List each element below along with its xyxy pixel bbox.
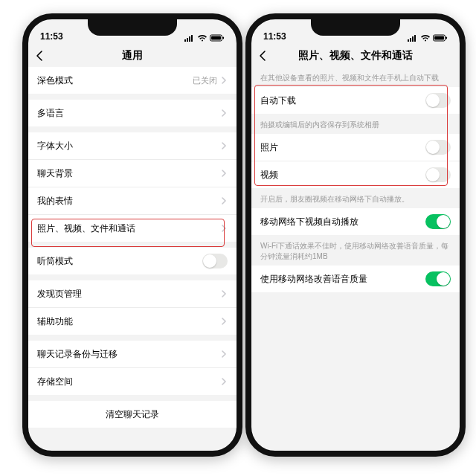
chevron-right-icon (220, 350, 228, 358)
svg-rect-0 (184, 39, 186, 42)
page-title: 照片、视频、文件和通话 (298, 49, 413, 62)
svg-rect-6 (223, 37, 225, 39)
phone-left: 11:53 通用 深色模式 (22, 13, 242, 457)
nav-bar: 照片、视频、文件和通话 (251, 43, 460, 68)
chevron-left-icon (34, 50, 46, 62)
status-time: 11:53 (40, 31, 63, 42)
row-chat-backup[interactable]: 聊天记录备份与迁移 (28, 341, 237, 367)
row-label: 清空聊天记录 (106, 408, 159, 421)
row-dark-mode[interactable]: 深色模式 已关闭 (28, 67, 237, 94)
row-my-stickers[interactable]: 我的表情 (28, 187, 237, 214)
row-label: 字体大小 (37, 140, 220, 152)
section-hint: 开启后，朋友圈视频在移动网络下自动播放。 (251, 188, 460, 208)
row-label: 辅助功能 (37, 315, 220, 328)
chevron-right-icon (220, 197, 228, 205)
chevron-right-icon (220, 225, 228, 232)
svg-rect-7 (408, 39, 409, 42)
row-discover[interactable]: 发现页管理 (28, 280, 237, 307)
settings-panel: 在其他设备查看的照片、视频和文件在手机上自动下载 自动下载 拍摄或编辑后的内容保… (251, 67, 460, 451)
row-label: 聊天记录备份与迁移 (37, 348, 220, 361)
row-chat-background[interactable]: 聊天背景 (28, 159, 237, 187)
cellular-icon (408, 34, 418, 42)
section-hint: Wi-Fi下通话效果不佳时，使用移动网络改善语音质量，每分钟流量消耗约1MB (251, 235, 460, 266)
settings-panel: 深色模式 已关闭 多语言 字体大小 聊天背景 (28, 67, 237, 451)
battery-icon (433, 34, 448, 42)
toggle-voice-cell[interactable] (425, 271, 451, 286)
chevron-right-icon (220, 290, 228, 298)
svg-rect-3 (191, 35, 193, 42)
row-label: 使用移动网络改善语音质量 (260, 273, 425, 286)
svg-rect-13 (446, 37, 448, 39)
toggle-earpiece[interactable] (202, 254, 228, 268)
row-font-size[interactable]: 字体大小 (28, 132, 237, 159)
row-media-settings[interactable]: 照片、视频、文件和通话 (28, 214, 237, 242)
toggle-autoplay[interactable] (425, 214, 451, 229)
row-label: 聊天背景 (37, 167, 220, 180)
row-accessibility[interactable]: 辅助功能 (28, 307, 237, 335)
chevron-right-icon (220, 318, 228, 325)
svg-rect-5 (211, 36, 221, 40)
row-label: 存储空间 (37, 376, 220, 388)
chevron-left-icon (257, 50, 269, 62)
toggle-save-photo[interactable] (425, 140, 451, 155)
svg-rect-12 (434, 36, 444, 40)
nav-bar: 通用 (28, 43, 237, 68)
chevron-right-icon (220, 109, 228, 117)
svg-rect-1 (187, 38, 188, 42)
section-hint: 拍摄或编辑后的内容保存到系统相册 (251, 114, 460, 134)
back-button[interactable] (257, 50, 269, 62)
row-clear-history[interactable]: 清空聊天记录 (28, 401, 237, 428)
row-label: 发现页管理 (37, 288, 220, 300)
svg-rect-2 (189, 36, 190, 42)
status-indicators (184, 34, 225, 42)
notch (311, 19, 400, 36)
chevron-right-icon (220, 142, 228, 149)
chevron-right-icon (220, 77, 228, 84)
section-hint: 在其他设备查看的照片、视频和文件在手机上自动下载 (251, 67, 460, 87)
wifi-icon (197, 34, 208, 42)
row-save-photo[interactable]: 照片 (251, 134, 460, 161)
row-language[interactable]: 多语言 (28, 100, 237, 126)
svg-rect-10 (414, 35, 416, 42)
row-value: 已关闭 (193, 75, 217, 86)
row-label: 深色模式 (37, 74, 193, 87)
row-label: 多语言 (37, 107, 220, 120)
chevron-right-icon (220, 378, 228, 385)
row-voice-cell[interactable]: 使用移动网络改善语音质量 (251, 266, 460, 292)
page-title: 通用 (122, 49, 143, 62)
row-label: 移动网络下视频自动播放 (260, 216, 425, 228)
notch (88, 19, 177, 36)
toggle-auto-download[interactable] (425, 93, 451, 108)
back-button[interactable] (34, 50, 46, 62)
row-label: 自动下载 (260, 94, 425, 107)
row-autoplay-cellular[interactable]: 移动网络下视频自动播放 (251, 208, 460, 235)
svg-rect-9 (412, 36, 414, 42)
svg-rect-8 (410, 38, 411, 42)
toggle-save-video[interactable] (425, 167, 451, 182)
status-time: 11:53 (263, 31, 286, 42)
status-indicators (408, 34, 448, 42)
battery-icon (210, 34, 225, 42)
row-auto-download[interactable]: 自动下载 (251, 87, 460, 114)
row-earpiece-mode[interactable]: 听筒模式 (28, 248, 237, 274)
row-label: 视频 (260, 169, 425, 181)
row-label: 照片、视频、文件和通话 (37, 222, 220, 235)
row-label: 我的表情 (37, 195, 220, 208)
wifi-icon (420, 34, 431, 42)
chevron-right-icon (220, 170, 228, 177)
row-label: 听筒模式 (37, 255, 202, 268)
row-save-video[interactable]: 视频 (251, 161, 460, 188)
cellular-icon (184, 34, 195, 42)
row-label: 照片 (260, 141, 425, 154)
phone-right: 11:53 照片、视频、文件和通话 在其他设备查看的照片、视频和文件在手机上自动… (245, 13, 466, 457)
row-storage[interactable]: 存储空间 (28, 367, 237, 395)
